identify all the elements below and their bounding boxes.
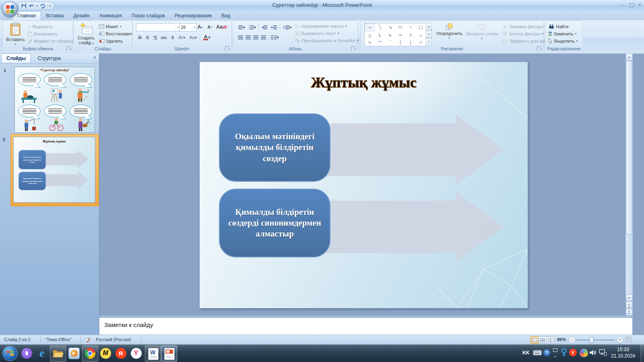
columns-button[interactable]: ▾	[269, 33, 281, 41]
tab-outline[interactable]: Структура	[33, 54, 66, 63]
quick-styles-button[interactable]: Экспресс-стили ▾	[464, 23, 499, 41]
volume-icon[interactable]	[589, 349, 597, 356]
text-direction-button[interactable]: A Направление текста▾	[293, 23, 348, 29]
tab-slideshow[interactable]: Показ слайдов	[127, 12, 170, 20]
shape-scribble[interactable]: ∿	[365, 39, 375, 46]
shapes-scroll-up-icon[interactable]: ▲	[426, 23, 432, 31]
align-text-button[interactable]: Выровнять текст▾	[293, 30, 340, 37]
select-button[interactable]: Выделить▾	[547, 37, 579, 44]
align-center-button[interactable]	[244, 33, 252, 41]
taskbar-icon-alice[interactable]	[21, 348, 32, 359]
taskbar-icon-media-player[interactable]: ▶	[68, 348, 80, 359]
grow-font-button[interactable]: A▲	[196, 23, 205, 31]
help-tray-icon[interactable]: ?	[543, 349, 551, 356]
replace-button[interactable]: abac Заменить▾	[547, 30, 578, 37]
new-slide-button[interactable]: Создать слайд ▾	[76, 23, 96, 46]
qat-customize-icon[interactable]: ▾	[47, 4, 51, 8]
zoom-out-button[interactable]: −	[568, 337, 575, 343]
tab-design[interactable]: Дизайн	[68, 12, 94, 20]
slide-text-box-1[interactable]: Оқылым мәтініндегі қимылды білдіретін сө…	[219, 113, 330, 182]
taskbar-button-word[interactable]: W	[145, 346, 161, 362]
shapes-scroll-down-icon[interactable]: ▼	[426, 31, 432, 38]
slide-canvas[interactable]: Жұптық жұмыс Оқылым мәтініндегі қимылды …	[199, 62, 528, 309]
taskbar-button-chrome[interactable]	[82, 346, 98, 362]
language-indicator[interactable]: Русский (Россия)	[96, 335, 131, 344]
tab-review[interactable]: Рецензирование	[170, 12, 217, 20]
shape-right-brace[interactable]: }	[405, 39, 415, 46]
bold-button[interactable]: Ж	[136, 33, 144, 41]
cut-button[interactable]: ✂ Вырезать	[26, 23, 54, 30]
zoom-slider-track[interactable]	[576, 339, 615, 341]
shapes-more-icon[interactable]: ⊽	[426, 38, 432, 46]
paragraph-dialog-launcher[interactable]: ◿	[351, 46, 356, 51]
notes-panel[interactable]: Заметки к слайду	[99, 317, 632, 335]
delete-slide-button[interactable]: Удалить	[98, 37, 124, 44]
shapes-gallery[interactable]: A ╲ ↘ ▭ ○ ▢ △ Ⅼ ↳ ⇨ ⇩ ⌂ ∿ ◠ ⌒ { } ☆	[364, 23, 426, 46]
strikethrough-button[interactable]: abc	[159, 33, 169, 41]
minimize-button[interactable]: —	[621, 2, 625, 8]
layout-button[interactable]: Макет▾	[98, 23, 123, 30]
tab-slides-thumbnails[interactable]: Слайды	[1, 53, 31, 63]
scroll-up-button[interactable]: ▲	[626, 53, 632, 60]
slide-1-thumbnail[interactable]: “Суреттер сөйлейді”	[14, 67, 95, 133]
yandex-tray-icon[interactable]: Y	[569, 349, 577, 356]
font-dialog-launcher[interactable]: ◿	[225, 46, 230, 51]
line-spacing-button[interactable]: ⇕▾	[281, 23, 293, 31]
clear-formatting-button[interactable]: Aa	[216, 23, 227, 31]
next-slide-button[interactable]: ▼▼	[626, 309, 632, 316]
slide-2-thumbnail[interactable]: Жұптық жұмыс Оқылым мәтініндегі қимылды …	[13, 137, 95, 203]
character-spacing-button[interactable]: AV▾	[176, 33, 188, 41]
slideshow-view-button[interactable]	[547, 336, 555, 344]
normal-view-button[interactable]	[530, 336, 539, 344]
maximize-button[interactable]	[630, 3, 634, 7]
copy-button[interactable]: Копировать	[26, 30, 59, 37]
clipboard-dialog-launcher[interactable]: ◿	[66, 46, 71, 51]
shape-arc[interactable]: ◠	[375, 39, 385, 46]
align-left-button[interactable]	[237, 33, 244, 41]
undo-dropdown-icon[interactable]: ▾	[36, 4, 38, 8]
bullets-button[interactable]: ▾	[237, 23, 247, 31]
taskbar-icon-yandex-browser[interactable]: Y	[130, 348, 142, 359]
office-button[interactable]	[2, 1, 18, 17]
underline-button[interactable]: Ч	[151, 33, 159, 41]
decrease-indent-button[interactable]: ◀	[260, 23, 269, 31]
shape-oval[interactable]: ○	[405, 23, 415, 31]
convert-smartart-button[interactable]: Преобразовать в SmartArt▾	[293, 37, 359, 44]
taskbar-icon-internet-explorer[interactable]: e	[36, 348, 47, 359]
shrink-font-button[interactable]: A▼	[206, 23, 215, 31]
shape-textbox[interactable]: A	[365, 23, 375, 31]
tab-insert[interactable]: Вставка	[41, 12, 69, 20]
taskbar-button-explorer[interactable]	[50, 346, 66, 362]
slide-text-box-2[interactable]: Қимылды білдіретін сөздерді синонимдерме…	[219, 189, 330, 257]
save-icon[interactable]	[21, 3, 27, 8]
italic-button[interactable]: К	[144, 33, 151, 41]
format-painter-button[interactable]: Формат по образцу	[26, 37, 75, 44]
key-tray-icon[interactable]	[561, 348, 567, 357]
slide-sorter-view-button[interactable]	[539, 336, 547, 344]
arrows-graphic[interactable]	[200, 62, 528, 308]
find-button[interactable]: Найти	[547, 23, 570, 30]
tray-expander[interactable]: ▾	[553, 348, 557, 359]
shape-elbow-arrow[interactable]: ↳	[385, 31, 395, 39]
tab-view[interactable]: Вид	[217, 12, 235, 20]
slide-title[interactable]: Жұптық жұмыс	[200, 74, 528, 91]
font-name-combo[interactable]: ▾	[136, 23, 180, 31]
shape-flowchart[interactable]: ⌂	[416, 31, 426, 39]
shape-elbow[interactable]: Ⅼ	[375, 31, 385, 39]
numbering-button[interactable]: 123▾	[247, 23, 258, 31]
close-button[interactable]: ✕	[638, 2, 642, 8]
scroll-down-button[interactable]: ▼	[626, 294, 632, 301]
shape-curve[interactable]: ⌒	[385, 39, 395, 46]
shape-rounded-rectangle[interactable]: ▢	[416, 23, 426, 31]
font-color-button[interactable]: А ▾	[201, 33, 213, 41]
change-case-button[interactable]: Aa▾	[188, 33, 199, 41]
taskbar-button-powerpoint[interactable]	[161, 346, 177, 362]
start-button[interactable]	[2, 346, 18, 361]
shape-down-arrow[interactable]: ⇩	[405, 31, 415, 39]
justify-button[interactable]	[260, 33, 267, 41]
paste-button[interactable]: Вставить ▾	[6, 23, 25, 47]
scrollbar-thumb[interactable]	[626, 61, 632, 234]
language-bar[interactable]: KK	[522, 350, 529, 356]
shape-outline-button[interactable]: Контур фигуры▾	[501, 30, 544, 37]
reset-slide-button[interactable]: Восстановить	[98, 30, 135, 37]
